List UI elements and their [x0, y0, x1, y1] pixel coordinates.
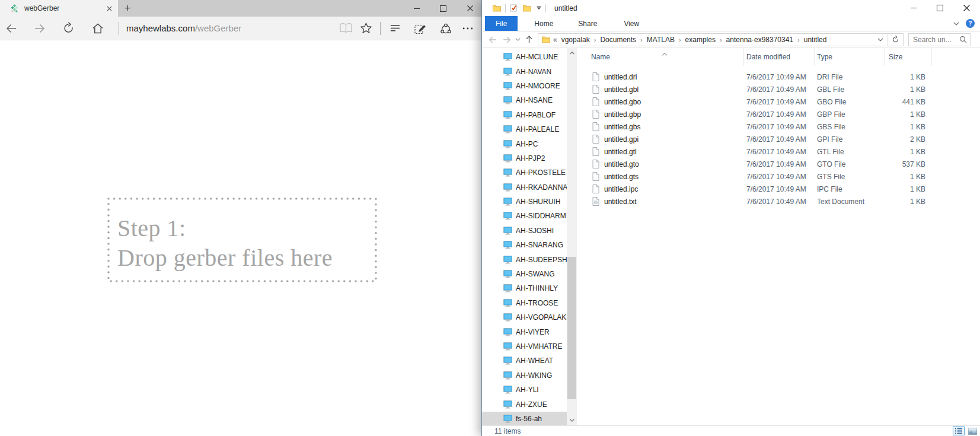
ribbon-collapse-icon[interactable] [953, 22, 959, 26]
edge-close-button[interactable] [457, 0, 483, 17]
ribbon-tab-file[interactable]: File [485, 16, 518, 31]
sidebar-computer-item[interactable]: AH-NMOORE [482, 79, 567, 93]
new-tab-button[interactable]: + [118, 0, 137, 17]
file-row[interactable]: untitled.gto 7/6/2017 10:49 AM GTO File … [583, 158, 980, 170]
back-button[interactable] [1, 18, 21, 39]
sidebar-computer-item[interactable]: fs-56-ah [482, 412, 567, 425]
file-row[interactable]: untitled.txt 7/6/2017 10:49 AM Text Docu… [583, 195, 980, 208]
file-size: 1 KB [885, 123, 932, 131]
forward-button[interactable] [30, 18, 50, 39]
sidebar-computer-item[interactable]: AH-WKING [482, 368, 567, 383]
sidebar-computer-item[interactable]: AH-NSANE [482, 93, 567, 107]
sidebar-computer-item[interactable]: AH-SWANG [482, 267, 567, 281]
breadcrumb-item[interactable]: Documents [599, 36, 637, 44]
sidebar-computer-item[interactable]: AH-PKOSTELE [482, 166, 567, 180]
sidebar-computer-item[interactable]: AH-MCLUNE [482, 50, 567, 64]
sidebar-computer-item[interactable]: AH-SIDDHARM1 [482, 209, 567, 223]
address-bar[interactable]: mayhewlabs.com/webGerber [126, 23, 241, 33]
scroll-down-icon[interactable] [567, 415, 577, 425]
screen: webGerber + [0, 0, 980, 436]
sidebar-computer-item[interactable]: AH-YLI [482, 383, 567, 397]
column-header-date-modified[interactable]: Date modified [744, 48, 815, 66]
hub-button[interactable] [385, 18, 405, 39]
sidebar-computer-item[interactable]: AH-ZXUE [482, 397, 567, 411]
explorer-address-bar[interactable]: « vgopalak›Documents›MATLAB›examples›ant… [538, 33, 904, 46]
file-row[interactable]: untitled.gts 7/6/2017 10:49 AM GTS File … [583, 170, 980, 183]
explorer-minimize-button[interactable] [900, 0, 927, 16]
scroll-up-icon[interactable] [567, 48, 577, 58]
ribbon-tab-share[interactable]: Share [570, 16, 605, 31]
breadcrumb-separator-icon: › [676, 36, 684, 43]
share-button[interactable] [436, 18, 456, 39]
explorer-close-button[interactable] [953, 0, 980, 16]
file-row[interactable]: untitled.gbp 7/6/2017 10:49 AM GBP File … [583, 108, 980, 120]
nav-up-button[interactable] [522, 33, 536, 47]
edge-minimize-button[interactable] [403, 0, 430, 17]
nav-forward-button[interactable] [500, 33, 514, 47]
sidebar-computer-item[interactable]: AH-SUDEEPSH [482, 252, 567, 266]
favorites-star-button[interactable] [356, 18, 376, 39]
sidebar-computer-item[interactable]: AH-PALEALE [482, 122, 567, 136]
help-button[interactable]: ? [966, 19, 975, 28]
edge-maximize-button[interactable] [430, 0, 457, 17]
sidebar-computer-item[interactable]: AH-WHEAT [482, 354, 567, 368]
nav-back-button[interactable] [486, 33, 500, 47]
computer-icon [503, 256, 512, 264]
scrollbar-thumb[interactable] [567, 257, 576, 399]
sidebar-computer-item[interactable]: AH-SJOSHI [482, 224, 567, 238]
file-row[interactable]: untitled.gbo 7/6/2017 10:49 AM GBO File … [583, 96, 980, 108]
file-row[interactable]: untitled.gbs 7/6/2017 10:49 AM GBS File … [583, 120, 980, 133]
file-row[interactable]: untitled.dri 7/6/2017 10:49 AM DRI File … [583, 71, 980, 83]
file-icon [592, 72, 599, 81]
breadcrumb-item[interactable]: vgopalak [560, 36, 591, 44]
file-row[interactable]: untitled.gbl 7/6/2017 10:49 AM GBL File … [583, 83, 980, 96]
ribbon-tab-view[interactable]: View [615, 16, 647, 31]
breadcrumb-item[interactable]: untitled [803, 36, 828, 44]
more-actions-button[interactable] [458, 18, 478, 39]
sidebar-computer-item[interactable]: AH-PC [482, 136, 567, 151]
reading-view-button[interactable] [336, 18, 356, 39]
sidebar-computer-item[interactable]: AH-PJP2 [482, 151, 567, 166]
file-row[interactable]: untitled.gpi 7/6/2017 10:49 AM GPI File … [583, 133, 980, 145]
sidebar-computer-item[interactable]: AH-SNARANG [482, 238, 567, 252]
sidebar-computer-item[interactable]: AH-VMHATRE [482, 339, 567, 354]
sidebar-computer-item[interactable]: AH-RKADANNA [482, 180, 567, 195]
file-type: GTS File [815, 173, 885, 181]
sidebar-scrollbar[interactable] [567, 48, 577, 425]
nav-history-dropdown[interactable] [514, 33, 522, 47]
explorer-search-box[interactable]: Search un... [908, 33, 971, 46]
details-view-button[interactable] [953, 427, 965, 435]
sidebar-computer-item[interactable]: AH-SHURUIH [482, 195, 567, 209]
sidebar-computer-item[interactable]: AH-VIYER [482, 324, 567, 339]
gerber-dropzone[interactable]: Step 1: Drop gerber files here [107, 197, 378, 283]
breadcrumb-item[interactable]: antenna-ex98370341 [725, 36, 794, 44]
file-row[interactable]: untitled.ipc 7/6/2017 10:49 AM IPC File … [583, 183, 980, 195]
breadcrumb-overflow[interactable]: « [553, 36, 560, 44]
ribbon-tab-home[interactable]: Home [526, 16, 561, 31]
breadcrumb-item[interactable]: MATLAB [646, 36, 676, 44]
refresh-button[interactable] [58, 18, 78, 39]
sidebar-computer-item[interactable]: AH-TROOSE [482, 296, 567, 310]
sidebar-computer-item[interactable]: AH-PABLOF [482, 108, 567, 122]
column-header-size[interactable]: Size [885, 48, 932, 66]
qat-properties-button[interactable] [510, 4, 518, 12]
home-button[interactable] [88, 18, 108, 39]
address-refresh-button[interactable] [887, 34, 903, 46]
sidebar-computer-item[interactable]: AH-NAVAN [482, 64, 567, 78]
file-size: 1 KB [885, 110, 932, 119]
qat-customize-dropdown[interactable] [537, 6, 541, 10]
tab-webgerber[interactable]: webGerber [0, 0, 118, 17]
sidebar-computer-item[interactable]: AH-VGOPALAK [482, 310, 567, 324]
sidebar-computer-item[interactable]: AH-THINHLY [482, 281, 567, 295]
tab-close-icon[interactable] [100, 0, 118, 17]
column-header-type[interactable]: Type [815, 48, 885, 66]
file-date-modified: 7/6/2017 10:49 AM [744, 110, 815, 119]
item-count: 11 items [494, 427, 521, 435]
thumbnails-view-button[interactable] [966, 427, 978, 435]
qat-new-folder-button[interactable] [523, 5, 531, 12]
explorer-maximize-button[interactable] [927, 0, 953, 16]
web-note-button[interactable] [410, 18, 430, 39]
address-dropdown-icon[interactable] [874, 34, 887, 46]
breadcrumb-item[interactable]: examples [684, 36, 717, 44]
file-row[interactable]: untitled.gtl 7/6/2017 10:49 AM GTL File … [583, 145, 980, 158]
